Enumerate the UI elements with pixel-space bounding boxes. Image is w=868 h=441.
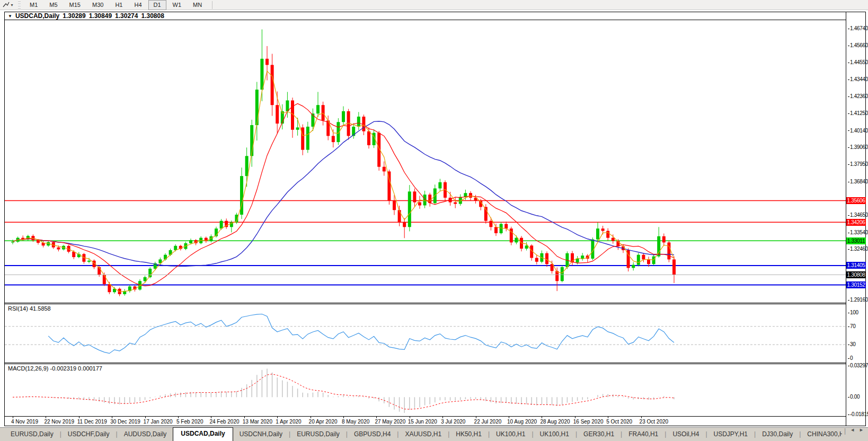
timeframe-button-h4[interactable]: H4 [129,0,147,10]
quote-high: 1.30849 [89,12,112,20]
date-label: 5 Feb 2020 [176,419,203,425]
chart-tabs: EURUSD,Daily|USDCHF,Daily|AUDUSD,DailyUS… [0,427,842,441]
collapse-triangle-icon[interactable]: ▼ [8,14,12,19]
price-tick-label: 1.46740 [846,25,866,32]
date-label: 24 Feb 2020 [209,419,239,425]
rsi-tick-label: 70 [846,323,866,330]
macd-values: -0.002319 0.000177 [50,365,102,372]
date-tick [178,417,179,418]
macd-tick-label: 0.00 [846,394,866,400]
price-level-badge: 1.35606 [846,197,866,204]
chart-tab-usdcnh-daily[interactable]: USDCNH,Daily [233,428,289,441]
date-label: 3 Jul 2020 [441,419,465,425]
price-tick-label: 1.33540 [846,230,866,236]
rsi-line [48,314,674,354]
timeframe-button-m15[interactable]: M15 [64,0,86,10]
date-tick [79,417,79,418]
date-tick [211,417,211,418]
timeframe-button-mn[interactable]: MN [188,0,207,10]
date-axis[interactable]: 4 Nov 201922 Nov 201911 Dec 201930 Dec 2… [5,417,846,426]
date-label: 11 Dec 2019 [77,419,107,425]
date-tick [46,417,46,418]
macd-tick-label: -0.018154 [846,411,866,418]
date-label: 23 Oct 2020 [640,419,668,425]
price-tick-label: 1.32460 [846,246,866,252]
tab-separator: | [844,427,846,438]
panel-divider [5,363,846,363]
date-label: 1 Apr 2020 [276,419,301,425]
tab-scroll-left-icon[interactable]: ◄ [850,427,855,438]
main-price-chart[interactable] [5,20,846,303]
chart-tab-fra40-h1[interactable]: FRA40,H1 [622,428,665,441]
date-tick [13,417,13,418]
line-studies-button[interactable]: ▾ [0,1,16,10]
chart-tab-usdcad-daily[interactable]: USDCAD,Daily [173,427,233,441]
date-label: 20 Apr 2020 [309,419,338,425]
date-label: 30 Dec 2019 [110,419,140,425]
date-label: 10 Aug 2020 [507,419,537,425]
quote-low: 1.30274 [115,12,138,20]
tab-scroll-buttons: | ◄ ► [842,427,868,441]
date-label: 4 Nov 2019 [11,419,38,425]
chart-tab-eurusd-daily[interactable]: EURUSD,Daily [290,428,346,441]
dropdown-caret-icon: ▾ [11,1,13,10]
date-label: 27 May 2020 [375,419,405,425]
date-label: 16 Sep 2020 [573,419,604,425]
timeframe-button-w1[interactable]: W1 [167,0,187,10]
timeframe-button-h1[interactable]: H1 [110,0,128,10]
price-level-badge: 1.33011 [846,237,866,244]
date-tick [442,417,443,418]
macd-tick-label: 0.032972 [846,363,866,369]
chart-tab-eurusd-daily[interactable]: EURUSD,Daily [4,428,60,441]
chart-tab-hk50-h1[interactable]: HK50,H1 [449,428,488,441]
support-resistance-lines[interactable] [5,201,846,285]
chart-tab-china300-h1[interactable]: CHINA300,H1 [801,428,842,441]
quote-close: 1.30808 [141,12,164,20]
date-label: 28 Aug 2020 [540,419,570,425]
chart-tab-xauusd-h1[interactable]: XAUUSD,H1 [398,428,448,441]
date-tick [410,417,410,418]
top-toolbar: ▾ M1M5M15M30H1H4D1W1MN [0,0,868,10]
chart-tab-audusd-daily[interactable]: AUDUSD,Daily [118,428,173,441]
tab-scroll-right-icon[interactable]: ► [859,427,864,438]
timeframe-button-m5[interactable]: M5 [44,0,63,10]
timeframe-button-m30[interactable]: M30 [87,0,109,10]
macd-label: MACD(12,26,9) -0.002319 0.000177 [8,365,102,372]
date-label: 22 Jul 2020 [474,419,502,425]
date-tick [509,417,509,418]
current-price-badge: 1.30808 [846,271,866,278]
price-axis[interactable]: 1.467401.456601.445501.434401.423601.412… [846,12,865,426]
date-tick [542,417,542,418]
chart-tab-uk100-h1[interactable]: UK100,H1 [490,428,532,441]
chart-tab-usdchf-daily[interactable]: USDCHF,Daily [61,428,116,441]
price-tick-label: 1.37950 [846,161,866,167]
rsi-tick-label: 0 [846,355,866,361]
toolbar-grip[interactable] [18,2,21,8]
price-tick-label: 1.42360 [846,93,866,100]
date-tick [112,417,112,418]
price-level-badge: 1.31405 [846,262,866,269]
timeframe-button-m1[interactable]: M1 [24,0,43,10]
chart-tab-dj30-daily[interactable]: DJ30,Daily [756,428,799,441]
macd-panel[interactable] [5,364,846,416]
date-tick [343,417,344,418]
price-tick-label: 1.34650 [846,212,866,218]
price-tick-label: 1.36840 [846,179,866,185]
timeframe-button-d1[interactable]: D1 [148,0,166,10]
line-studies-icon [3,2,10,8]
price-tick-label: 1.41250 [846,110,866,117]
quote-open: 1.30289 [63,12,85,20]
date-tick [376,417,377,418]
macd-histogram [13,368,674,413]
rsi-panel[interactable] [5,304,846,363]
chart-tab-usdjpy-h1[interactable]: USDJPY,H1 [707,428,754,441]
date-tick [311,417,311,418]
chart-tab-ger30-h1[interactable]: GER30,H1 [577,428,621,441]
timeframe-buttons: M1M5M15M30H1H4D1W1MN [24,0,208,10]
price-tick-label: 1.43440 [846,76,866,83]
chart-tab-gbpusd-h4[interactable]: GBPUSD,H4 [348,428,397,441]
chart-tab-uk100-h1[interactable]: UK100,H1 [534,428,575,441]
date-label: 8 May 2020 [342,419,369,425]
price-tick-label: 1.44550 [846,59,866,66]
chart-tab-usoil-h4[interactable]: USOil,H4 [666,428,705,441]
